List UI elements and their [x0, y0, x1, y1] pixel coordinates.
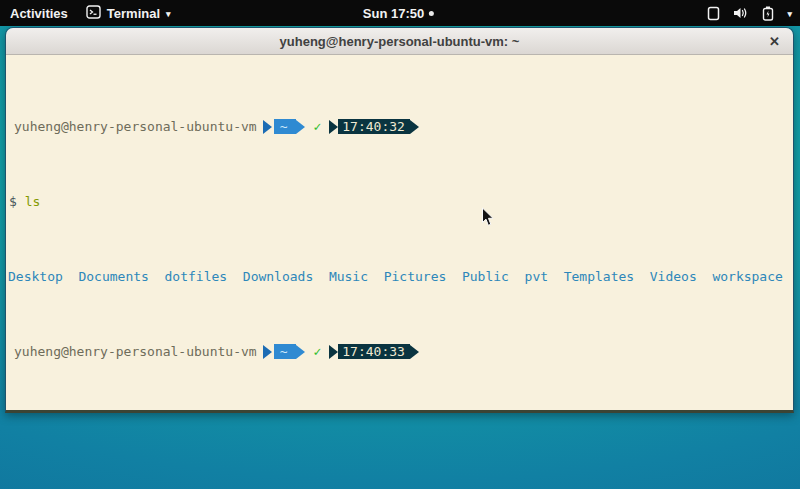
status-check-icon: ✓	[313, 344, 321, 359]
powerline-arrow-icon	[410, 345, 419, 359]
powerline-arrow-icon	[296, 120, 305, 134]
prompt-line: yuheng@henry-personal-ubuntu-vm ~ ✓ 17:4…	[6, 344, 793, 359]
directory-listing: Desktop Documents dotfiles Downloads Mus…	[6, 269, 793, 284]
window-title: yuheng@henry-personal-ubuntu-vm: ~	[280, 34, 520, 49]
system-status-area[interactable]: ▾	[707, 6, 792, 21]
prompt-user: yuheng@henry-personal-ubuntu-vm	[6, 344, 257, 359]
activities-button[interactable]: Activities	[10, 6, 68, 21]
command-line: $ ls	[6, 194, 793, 209]
desktop: Activities Terminal ▾ Sun 17:50	[0, 0, 800, 489]
mouse-cursor-icon	[481, 207, 494, 231]
command-text: ls	[25, 194, 41, 209]
clock-button[interactable]: Sun 17:50	[363, 6, 434, 21]
activities-label: Activities	[10, 6, 68, 21]
app-menu-terminal[interactable]: Terminal ▾	[86, 5, 171, 22]
prompt-time: 17:40:33	[338, 344, 410, 359]
powerline-segment: ~ ✓ 17:40:32	[263, 119, 419, 134]
powerline-segment: ~ ✓ 17:40:33	[263, 344, 419, 359]
top-bar: Activities Terminal ▾ Sun 17:50	[0, 0, 800, 26]
clock-label: Sun 17:50	[363, 6, 424, 21]
display-icon	[707, 6, 720, 21]
terminal-content[interactable]: yuheng@henry-personal-ubuntu-vm ~ ✓ 17:4…	[6, 55, 793, 410]
app-menu-label: Terminal	[107, 6, 160, 21]
powerline-arrow-icon	[263, 345, 272, 359]
system-menu-chevron-icon: ▾	[787, 10, 792, 19]
close-icon[interactable]: ✕	[769, 35, 780, 48]
prompt-time: 17:40:32	[338, 119, 410, 134]
status-check-icon: ✓	[313, 119, 321, 134]
powerline-arrow-icon	[296, 345, 305, 359]
terminal-icon	[86, 5, 101, 22]
prompt-symbol: $	[6, 194, 17, 209]
chevron-down-icon: ▾	[166, 10, 171, 19]
volume-icon	[733, 6, 749, 20]
prompt-cwd: ~	[274, 119, 297, 134]
terminal-window: yuheng@henry-personal-ubuntu-vm: ~ ✕ yuh…	[5, 27, 794, 413]
prompt-line: yuheng@henry-personal-ubuntu-vm ~ ✓ 17:4…	[6, 119, 793, 134]
notification-dot-icon	[429, 11, 434, 16]
powerline-arrow-icon	[410, 120, 419, 134]
window-titlebar[interactable]: yuheng@henry-personal-ubuntu-vm: ~ ✕	[6, 28, 793, 55]
battery-charging-icon	[762, 6, 774, 21]
prompt-cwd: ~	[274, 344, 297, 359]
powerline-arrow-icon	[329, 120, 338, 134]
powerline-arrow-icon	[329, 345, 338, 359]
powerline-arrow-icon	[263, 120, 272, 134]
prompt-user: yuheng@henry-personal-ubuntu-vm	[6, 119, 257, 134]
